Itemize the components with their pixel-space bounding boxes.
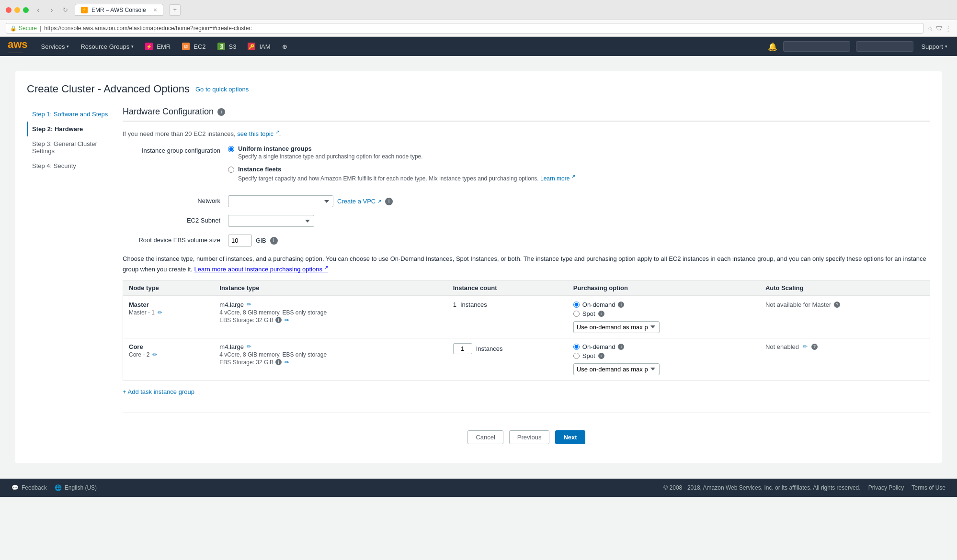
create-vpc-link[interactable]: Create a VPC ↗ [337, 198, 381, 205]
network-select[interactable] [228, 195, 333, 207]
network-row: Network Create a VPC ↗ i [123, 195, 930, 207]
footer-actions: Cancel Previous Next [123, 423, 930, 452]
ec2-nav-item[interactable]: 🖥 EC2 [180, 43, 207, 50]
services-nav-item[interactable]: Services ▾ [39, 43, 71, 50]
step2-item[interactable]: Step 2: Hardware [27, 122, 111, 136]
section-header: Hardware Configuration i [123, 107, 930, 122]
fleet-learn-more-link[interactable]: Learn more ↗ [540, 175, 575, 182]
core-edit-button[interactable]: ✏ [151, 351, 158, 358]
core-storage-info-icon[interactable]: i [275, 359, 282, 365]
language-link[interactable]: English (US) [65, 484, 97, 491]
core-on-demand-info-icon[interactable]: i [618, 344, 624, 350]
master-instance-type: m4.large ✏ [219, 301, 441, 308]
aws-logo: aws ───── [8, 38, 28, 55]
feedback-item: 💬 Feedback [11, 484, 47, 491]
new-tab-button[interactable]: + [169, 4, 181, 16]
table-row: Master Master - 1 ✏ m4.large ✏ [123, 296, 930, 338]
master-on-demand-label: On-demand [582, 301, 615, 308]
feedback-link[interactable]: Feedback [22, 484, 47, 491]
master-on-demand-info-icon[interactable]: i [618, 302, 624, 308]
see-topic-link[interactable]: see this topic ↗ [237, 130, 279, 137]
section-info-icon[interactable]: i [217, 108, 225, 116]
core-on-demand-label: On-demand [582, 343, 615, 350]
core-spot-row: Spot i [573, 352, 754, 359]
tab-favicon: ⚡ [81, 7, 88, 13]
core-spot-label: Spot [582, 352, 595, 359]
next-button[interactable]: Next [555, 430, 585, 444]
minimize-dot[interactable] [14, 7, 20, 13]
core-autoscaling-info-icon[interactable]: ? [811, 344, 818, 350]
network-info-icon[interactable]: i [385, 198, 393, 205]
master-spot-info-icon[interactable]: i [598, 311, 604, 317]
core-spot-radio[interactable] [573, 353, 580, 359]
root-device-controls: GiB i [228, 235, 930, 246]
core-spot-info-icon[interactable]: i [598, 353, 604, 359]
previous-button[interactable]: Previous [509, 430, 550, 444]
master-spot-dropdown[interactable]: Use on-demand as max price [573, 321, 660, 333]
master-instances-label: Instances [460, 301, 487, 308]
resource-groups-nav-item[interactable]: Resource Groups ▾ [79, 43, 136, 50]
root-device-info-icon[interactable]: i [270, 237, 278, 245]
master-on-demand-radio[interactable] [573, 302, 580, 308]
core-count-input[interactable] [453, 343, 472, 354]
add-task-link[interactable]: + Add task instance group [123, 381, 930, 403]
uniform-radio[interactable] [228, 146, 234, 152]
core-autoscaling-edit-button[interactable]: ✏ [802, 343, 809, 350]
master-storage-info-icon[interactable]: i [275, 317, 282, 323]
master-node-name: Master [129, 301, 208, 308]
ec2-subnet-select[interactable] [228, 215, 314, 227]
master-autoscaling-info-icon[interactable]: ? [834, 302, 840, 308]
support-nav-item[interactable]: Support ▾ [919, 43, 949, 50]
browser-tab[interactable]: ⚡ EMR – AWS Console × [75, 4, 163, 16]
cancel-button[interactable]: Cancel [467, 430, 503, 444]
maximize-dot[interactable] [23, 7, 29, 13]
core-spot-dropdown[interactable]: Use on-demand as max price [573, 363, 660, 375]
region-search[interactable] [783, 41, 850, 52]
step1-item[interactable]: Step 1: Software and Steps [27, 107, 111, 122]
account-search[interactable] [856, 41, 913, 52]
core-instances-label: Instances [476, 345, 503, 352]
footer-left: 💬 Feedback 🌐 English (US) [11, 484, 97, 491]
master-count-control: 1 Instances [453, 301, 562, 308]
master-storage-edit-button[interactable]: ✏ [284, 317, 290, 324]
fleet-radio[interactable] [228, 167, 234, 173]
master-instance-type-cell: m4.large ✏ 4 vCore, 8 GiB memory, EBS on… [214, 296, 447, 338]
iam-nav-item[interactable]: 🔑 IAM [246, 43, 272, 50]
content-layout: Step 1: Software and Steps Step 2: Hardw… [27, 107, 930, 452]
learn-more-purchasing-link[interactable]: Learn more about instance purchasing opt… [194, 266, 328, 273]
close-dot[interactable] [6, 7, 11, 13]
bell-icon[interactable]: 🔔 [768, 42, 777, 51]
master-not-available: Not available for Master ? [765, 301, 924, 308]
emr-nav-item[interactable]: ⚡ EMR [143, 43, 172, 50]
refresh-button[interactable]: ↻ [59, 4, 71, 16]
master-edit-button[interactable]: ✏ [157, 309, 163, 316]
address-bar[interactable]: 🔒 Secure | https://console.aws.amazon.co… [6, 23, 923, 34]
menu-icon[interactable]: ⋮ [945, 25, 951, 32]
master-purchasing-cell: On-demand i Spot i Use on-demand as max … [568, 296, 760, 338]
core-storage-edit-button[interactable]: ✏ [284, 359, 290, 366]
core-count-control: Instances [453, 343, 562, 354]
core-instance-type: m4.large ✏ [219, 343, 441, 350]
root-device-unit: GiB [256, 237, 266, 244]
root-device-input[interactable] [228, 235, 252, 246]
shield-icon[interactable]: 🛡 [936, 25, 942, 32]
master-count-cell: 1 Instances [447, 296, 568, 338]
browser-toolbar-right: ☆ 🛡 ⋮ [927, 25, 951, 32]
core-on-demand-radio[interactable] [573, 344, 580, 350]
tab-close[interactable]: × [154, 6, 158, 13]
bookmark-icon[interactable]: ☆ [927, 25, 933, 32]
browser-addressbar: 🔒 Secure | https://console.aws.amazon.co… [0, 20, 957, 37]
master-spot-radio[interactable] [573, 311, 580, 317]
pin-nav-item[interactable]: ⊕ [280, 43, 289, 50]
col-node-type: Node type [123, 280, 214, 296]
terms-link[interactable]: Terms of Use [911, 484, 946, 491]
core-instance-edit-button[interactable]: ✏ [246, 343, 252, 350]
back-button[interactable]: ‹ [33, 4, 44, 16]
master-instance-edit-button[interactable]: ✏ [246, 301, 252, 308]
forward-button[interactable]: › [46, 4, 57, 16]
core-instance-type-cell: m4.large ✏ 4 vCore, 8 GiB memory, EBS on… [214, 338, 447, 380]
s3-nav-item[interactable]: 🗄 S3 [216, 43, 239, 50]
page-title: Create Cluster - Advanced Options [27, 83, 190, 95]
privacy-link[interactable]: Privacy Policy [868, 484, 904, 491]
quick-options-link[interactable]: Go to quick options [195, 86, 249, 93]
